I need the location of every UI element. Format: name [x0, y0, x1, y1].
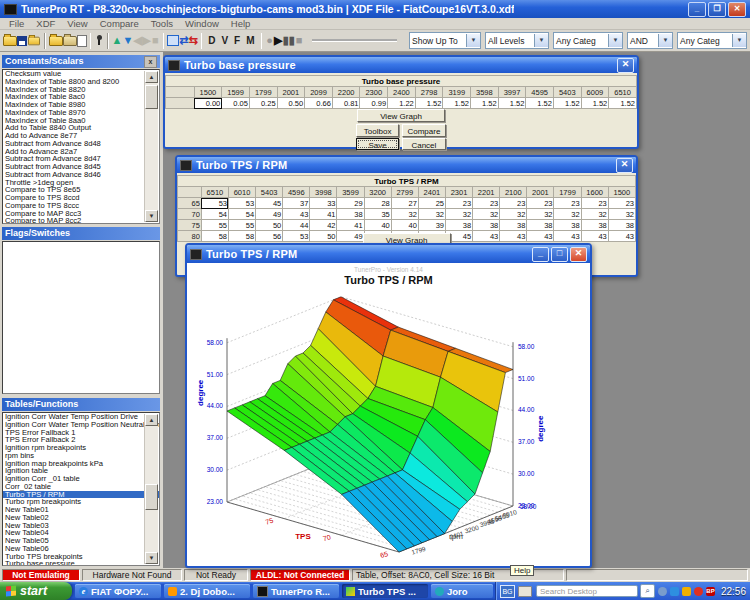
- tray-icon-red[interactable]: [694, 587, 703, 596]
- table-cell[interactable]: 53: [228, 198, 255, 209]
- table-cell[interactable]: 41: [310, 209, 337, 220]
- tray-icon-messenger[interactable]: [670, 587, 679, 596]
- table-cell[interactable]: 49: [256, 209, 283, 220]
- taskbar-task-messenger[interactable]: Joro: [431, 584, 493, 598]
- table-cell[interactable]: 23: [527, 198, 554, 209]
- table-cell[interactable]: 38: [500, 220, 527, 231]
- menu-xdf[interactable]: XDF: [31, 18, 60, 29]
- filter-combo-1[interactable]: All Levels▼: [485, 32, 549, 49]
- table-cell[interactable]: 0.50: [277, 98, 305, 109]
- minimize-icon[interactable]: _: [532, 247, 549, 262]
- scroll-down-icon[interactable]: ▼: [145, 210, 158, 222]
- close-icon[interactable]: ✕: [570, 247, 587, 262]
- tps-rpm-3d-surface-chart[interactable]: 23.0030.0037.0044.0051.0058.0023.0030.00…: [189, 286, 589, 562]
- taskbar-task-chart-window[interactable]: Turbo TPS ...: [342, 584, 428, 598]
- table-cell[interactable]: 28: [364, 198, 391, 209]
- filter-combo-2[interactable]: Any Categ▼: [553, 32, 623, 49]
- scroll-up-icon[interactable]: ▲: [145, 414, 158, 426]
- table-cell[interactable]: 38: [581, 220, 608, 231]
- xdf-lock-button[interactable]: [63, 33, 77, 49]
- table-cell[interactable]: 29: [337, 198, 364, 209]
- menu-tools[interactable]: Tools: [146, 18, 178, 29]
- table-cell[interactable]: 32: [445, 209, 472, 220]
- menu-help[interactable]: Help: [226, 18, 256, 29]
- close-icon[interactable]: ✕: [617, 58, 634, 73]
- tray-icon-shield[interactable]: [682, 587, 691, 596]
- stop-button[interactable]: ■: [295, 33, 304, 49]
- table-cell[interactable]: 37: [283, 198, 310, 209]
- move-up-button[interactable]: ▲: [112, 33, 123, 49]
- table-cell[interactable]: 45: [256, 198, 283, 209]
- menu-view[interactable]: View: [62, 18, 92, 29]
- data-table[interactable]: Turbo TPS / RPM6510601054034596399835993…: [177, 175, 636, 242]
- menu-file[interactable]: File: [4, 18, 29, 29]
- filter-combo-4[interactable]: Any Categ▼: [677, 32, 747, 49]
- taskbar-task-media-player[interactable]: 2. Dj Dobo...: [164, 584, 250, 598]
- table-cell[interactable]: 43: [283, 209, 310, 220]
- start-button[interactable]: start: [0, 582, 72, 600]
- table-cell[interactable]: 0.66: [305, 98, 333, 109]
- playback-slider[interactable]: [312, 39, 397, 42]
- close-icon[interactable]: ✕: [616, 158, 633, 173]
- properties-button[interactable]: [167, 33, 179, 49]
- table-cell[interactable]: 0.05: [222, 98, 250, 109]
- compare-button[interactable]: Compare: [402, 124, 446, 137]
- cancel-button[interactable]: Cancel: [402, 138, 446, 150]
- table-cell[interactable]: 0.00: [194, 98, 222, 109]
- panel-close-icon[interactable]: x: [144, 56, 157, 68]
- table-cell[interactable]: 0.81: [332, 98, 360, 109]
- table-cell[interactable]: 1.52: [609, 98, 637, 109]
- sync-button[interactable]: ⇄: [179, 33, 188, 49]
- table-cell[interactable]: 50: [256, 220, 283, 231]
- search-desktop-input[interactable]: Search Desktop: [536, 585, 638, 597]
- chevron-down-icon[interactable]: ▼: [658, 34, 672, 47]
- close-button[interactable]: ✕: [728, 2, 746, 17]
- table-cell[interactable]: 1.52: [526, 98, 554, 109]
- table-cell[interactable]: 23: [608, 198, 635, 209]
- list-item[interactable]: Turbo base pressure: [3, 560, 159, 566]
- table-cell[interactable]: 23: [473, 198, 500, 209]
- window-title-bar[interactable]: Turbo TPS / RPM ✕: [177, 157, 636, 173]
- joystick-tool-button[interactable]: [94, 33, 104, 49]
- base-pressure-table[interactable]: Turbo base pressure150015991799200120992…: [165, 75, 637, 109]
- table-cell[interactable]: 23: [581, 198, 608, 209]
- table-cell[interactable]: 39: [418, 220, 445, 231]
- move-down-button[interactable]: ▼: [122, 33, 133, 49]
- minimize-button[interactable]: _: [688, 2, 706, 17]
- table-cell[interactable]: 32: [581, 209, 608, 220]
- maximize-icon[interactable]: □: [551, 247, 568, 262]
- table-cell[interactable]: 38: [337, 209, 364, 220]
- demote-button[interactable]: ▶: [142, 33, 151, 49]
- table-cell[interactable]: 32: [500, 209, 527, 220]
- table-cell[interactable]: 0.99: [360, 98, 388, 109]
- open-xdf-button[interactable]: [49, 33, 63, 49]
- table-cell[interactable]: 38: [554, 220, 581, 231]
- table-cell[interactable]: 54: [201, 209, 228, 220]
- toolbox-button[interactable]: Toolbox: [356, 124, 399, 137]
- table-cell[interactable]: 0.25: [249, 98, 277, 109]
- table-cell[interactable]: 23: [554, 198, 581, 209]
- table-cell[interactable]: 38: [527, 220, 554, 231]
- tps-rpm-table[interactable]: Turbo TPS / RPM6510601054034596399835993…: [177, 175, 636, 242]
- record-button[interactable]: ●: [265, 33, 274, 49]
- language-indicator[interactable]: BG: [500, 585, 515, 598]
- table-cell[interactable]: 1.52: [498, 98, 526, 109]
- table-cell[interactable]: 1.52: [581, 98, 609, 109]
- window-title-bar[interactable]: Turbo base pressure ✕: [165, 57, 637, 73]
- chevron-down-icon[interactable]: ▼: [466, 34, 480, 47]
- table-cell[interactable]: 32: [391, 209, 418, 220]
- table-cell[interactable]: 40: [364, 220, 391, 231]
- table-cell[interactable]: 54: [228, 209, 255, 220]
- save-as-button[interactable]: [27, 33, 41, 49]
- constants-scrollbar[interactable]: ▲ ▼: [144, 71, 158, 222]
- data-table[interactable]: Turbo base pressure150015991799200120992…: [165, 75, 637, 109]
- keyboard-icon[interactable]: [518, 586, 532, 597]
- list-item[interactable]: Compare to MAP 8cc2: [3, 217, 159, 224]
- view-m-button[interactable]: M: [243, 35, 257, 46]
- scroll-up-icon[interactable]: ▲: [145, 71, 158, 83]
- table-cell[interactable]: 1.22: [388, 98, 416, 109]
- table-cell[interactable]: 1.52: [443, 98, 471, 109]
- table-cell[interactable]: 1.52: [415, 98, 443, 109]
- table-cell[interactable]: 23: [500, 198, 527, 209]
- table-cell[interactable]: 27: [391, 198, 418, 209]
